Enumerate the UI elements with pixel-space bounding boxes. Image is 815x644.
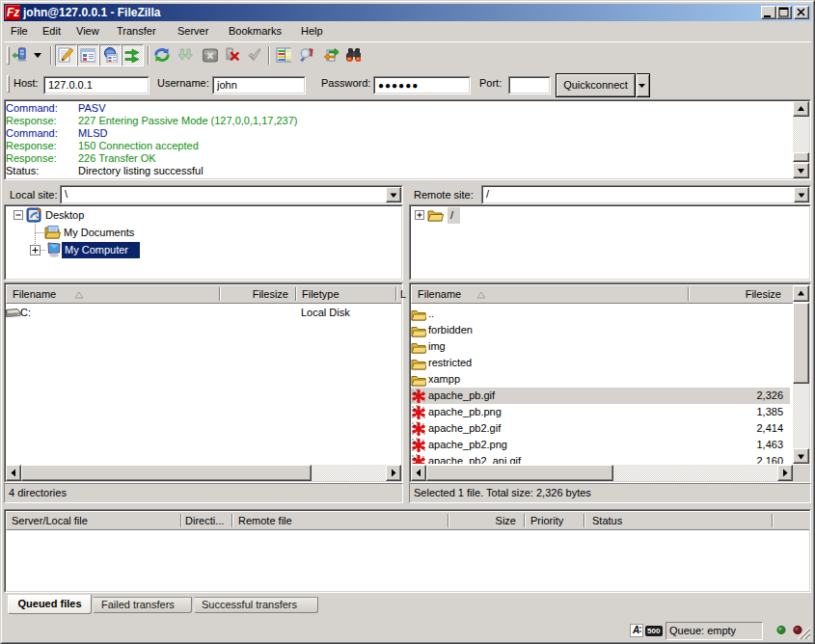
svg-text:Fz: Fz bbox=[7, 6, 19, 19]
